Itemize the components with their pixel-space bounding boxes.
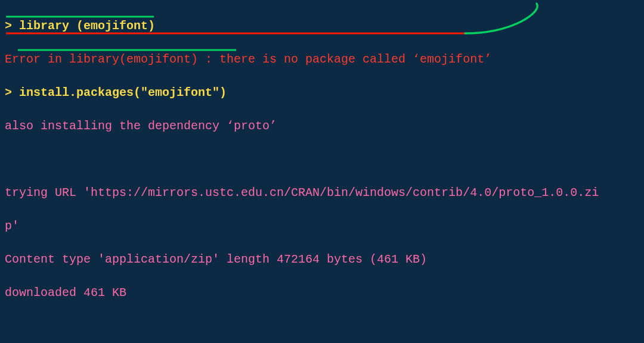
- dependency-line: also installing the dependency ‘proto’: [5, 118, 639, 135]
- blank-line: [5, 318, 639, 335]
- download-line: downloaded 461 KB: [5, 285, 639, 301]
- error-line: Error in library(emojifont) : there is n…: [5, 51, 639, 68]
- download-line: Content type 'application/zip' length 47…: [5, 251, 639, 268]
- cmd-library: library (emojifont): [19, 19, 155, 33]
- blank-line: [5, 151, 639, 168]
- download-line: trying URL 'https://mirrors.ustc.edu.cn/…: [5, 185, 639, 201]
- prompt-symbol: >: [5, 86, 12, 99]
- prompt-symbol: >: [5, 19, 12, 33]
- r-console[interactable]: > library (emojifont) Error in library(e…: [0, 0, 644, 343]
- console-line: > library (emojifont): [5, 18, 639, 35]
- cmd-install: install.packages("emojifont"): [19, 86, 227, 99]
- console-line: > install.packages("emojifont"): [5, 85, 639, 101]
- download-line: p': [5, 218, 639, 235]
